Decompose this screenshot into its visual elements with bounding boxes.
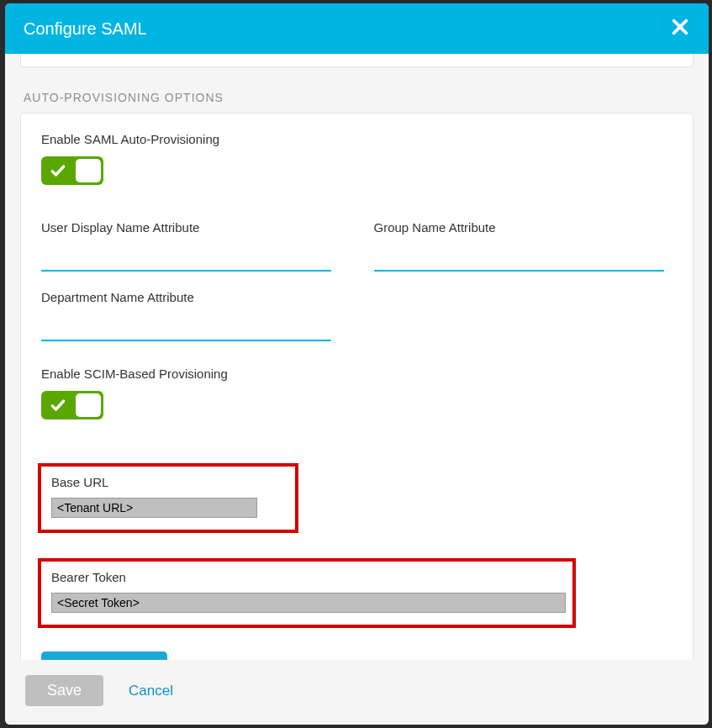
previous-card-peek [20,54,694,67]
department-name-label: Department Name Attribute [41,290,340,304]
enable-saml-toggle[interactable] [41,156,103,185]
user-display-name-label: User Display Name Attribute [41,220,340,235]
base-url-label: Base URL [51,475,285,489]
close-icon [671,18,689,40]
modal-header: Configure SAML [5,3,709,54]
group-name-label: Group Name Attribute [374,220,673,235]
department-name-field: Department Name Attribute [41,290,340,341]
check-icon [50,397,66,417]
enable-saml-label: Enable SAML Auto-Provisioning [41,132,672,146]
toggle-knob [76,159,101,182]
group-name-field: Group Name Attribute [374,220,673,272]
enable-saml-field: Enable SAML Auto-Provisioning [41,132,672,185]
base-url-highlight: Base URL [38,463,298,533]
close-button[interactable] [670,18,690,39]
section-heading: AUTO-PROVISIONING OPTIONS [24,91,694,104]
base-url-input[interactable] [51,498,257,518]
enable-scim-field: Enable SCIM-Based Provisioning [41,367,672,419]
bearer-token-highlight: Bearer Token [38,558,576,628]
check-icon [50,162,66,182]
cancel-link[interactable]: Cancel [129,683,173,699]
enable-scim-toggle[interactable] [41,391,103,419]
autoprovisioning-card: Enable SAML Auto-Provisioning User Displ… [20,113,694,660]
bearer-token-label: Bearer Token [51,570,562,584]
toggle-knob [76,393,101,417]
user-display-name-input[interactable] [41,245,331,272]
save-button[interactable]: Save [25,675,103,706]
generate-token-button[interactable]: Generate Token [41,652,167,660]
modal-footer: Save Cancel [5,660,709,725]
bearer-token-input[interactable] [51,593,566,613]
user-display-name-field: User Display Name Attribute [41,220,340,272]
modal-title: Configure SAML [24,19,147,39]
modal-scroll-area[interactable]: AUTO-PROVISIONING OPTIONS Enable SAML Au… [5,54,709,660]
group-name-input[interactable] [374,245,664,272]
configure-saml-modal: Configure SAML AUTO-PROVISIONING OPTIONS… [5,3,709,725]
department-name-input[interactable] [41,314,331,341]
enable-scim-label: Enable SCIM-Based Provisioning [41,367,672,381]
attribute-row-1: User Display Name Attribute Group Name A… [41,220,672,290]
attribute-row-2: Department Name Attribute [41,290,672,360]
